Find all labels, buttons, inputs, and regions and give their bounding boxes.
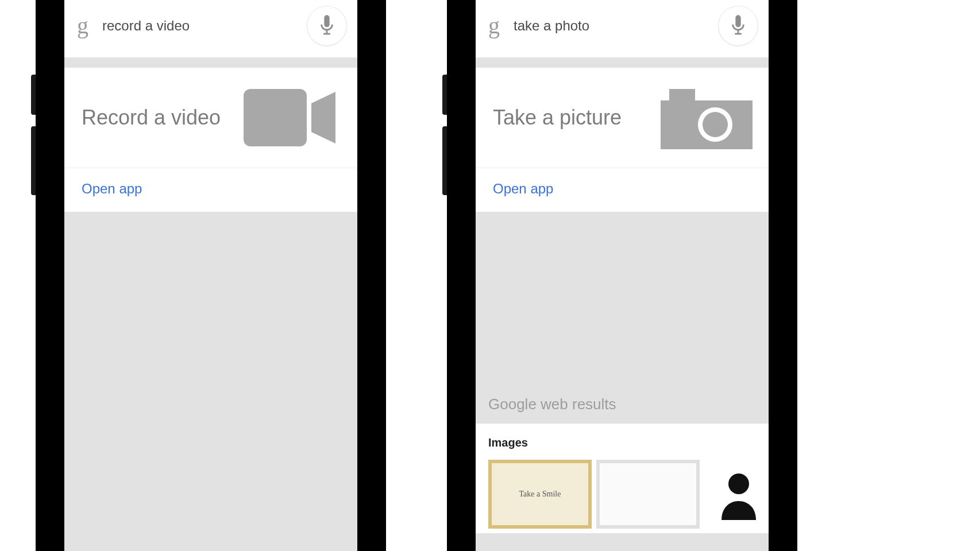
svg-marker-4 (311, 92, 335, 143)
image-result-thumb[interactable]: Take a Smile (488, 460, 592, 529)
web-results-label: Google web results (476, 395, 769, 424)
phone-side-button (442, 126, 447, 195)
open-app-row[interactable]: Open app (64, 168, 357, 212)
search-query-text[interactable]: take a photo (514, 18, 718, 34)
svg-rect-9 (669, 89, 695, 103)
web-results-card: Images Take a Smile (476, 424, 769, 533)
phone-side-button (442, 75, 447, 115)
action-card[interactable]: Record a video Open app (64, 68, 357, 212)
open-app-link[interactable]: Open app (82, 181, 142, 196)
voice-search-button[interactable] (307, 6, 347, 46)
person-silhouette-icon (713, 468, 765, 520)
action-card-title: Record a video (82, 106, 221, 130)
voice-search-button[interactable] (718, 6, 758, 46)
open-app-link[interactable]: Open app (493, 181, 553, 196)
action-card-title: Take a picture (493, 106, 622, 130)
results-heading: Images (488, 436, 756, 449)
microphone-icon (319, 15, 335, 37)
svg-rect-3 (244, 89, 307, 146)
phone-side-button (31, 75, 36, 115)
svg-rect-0 (324, 15, 329, 27)
phone-frame-right: g take a photo Take a picture (447, 0, 797, 551)
phone-screen: g take a photo Take a picture (476, 0, 769, 551)
svg-point-12 (728, 474, 749, 494)
search-bar[interactable]: g record a video (64, 0, 357, 57)
phone-frame-left: g record a video Record a video (36, 0, 386, 551)
action-card[interactable]: Take a picture Open app (476, 68, 769, 212)
svg-rect-5 (735, 15, 740, 27)
google-g-icon: g (488, 14, 500, 37)
image-result-thumb[interactable] (596, 460, 700, 529)
search-query-text[interactable]: record a video (102, 18, 307, 34)
image-result-thumb[interactable] (704, 460, 769, 529)
video-camera-icon (244, 86, 341, 149)
svg-point-11 (703, 112, 728, 137)
open-app-row[interactable]: Open app (476, 168, 769, 212)
microphone-icon (730, 15, 746, 37)
image-results-row: Take a Smile (488, 460, 756, 529)
google-g-icon: g (77, 14, 88, 37)
camera-icon (655, 86, 753, 149)
search-bar[interactable]: g take a photo (476, 0, 769, 57)
phone-screen: g record a video Record a video (64, 0, 357, 551)
phone-side-button (31, 126, 36, 195)
